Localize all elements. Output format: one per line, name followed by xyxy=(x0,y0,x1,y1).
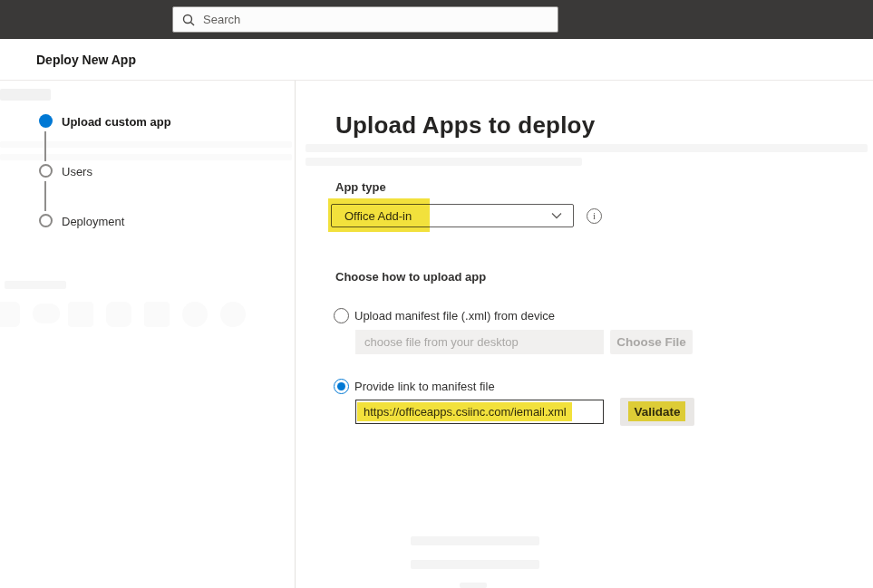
validate-button[interactable]: Validate xyxy=(620,398,694,426)
ghost-text-line xyxy=(5,281,66,289)
ghost-app-tile xyxy=(182,302,208,327)
step-indicator-deployment[interactable] xyxy=(39,214,53,227)
app-type-label: App type xyxy=(335,180,386,194)
ghost-app-tile xyxy=(33,304,60,323)
search-icon xyxy=(182,14,195,26)
info-icon[interactable]: i xyxy=(587,208,602,224)
pane-divider xyxy=(295,81,296,588)
search-input[interactable] xyxy=(203,13,548,26)
ghost-text-line xyxy=(460,583,487,588)
ghost-text-line xyxy=(306,158,582,166)
radio-provide-link[interactable] xyxy=(334,379,349,394)
main-title: Upload Apps to deploy xyxy=(335,111,595,140)
app-type-selected-value: Office Add-in xyxy=(344,209,551,223)
step-indicator-upload-custom-app[interactable] xyxy=(39,114,53,128)
manifest-url-input[interactable] xyxy=(355,400,604,424)
choose-file-button: Choose File xyxy=(610,330,693,354)
step-connector xyxy=(44,181,46,211)
upload-method-label: Choose how to upload app xyxy=(335,270,486,284)
deploy-new-app-window: Deploy New App Upload custom app Users D… xyxy=(0,0,873,588)
manifest-file-input xyxy=(355,330,604,354)
global-search-box[interactable] xyxy=(172,6,558,33)
radio-upload-manifest-file[interactable] xyxy=(334,308,349,323)
ghost-text-line xyxy=(411,536,539,545)
page-title: Deploy New App xyxy=(36,39,136,81)
step-indicator-users[interactable] xyxy=(39,164,53,178)
chevron-down-icon xyxy=(551,212,562,219)
ghost-app-tile xyxy=(144,302,170,327)
app-type-dropdown[interactable]: Office Add-in xyxy=(331,204,574,227)
ghost-app-tile xyxy=(68,302,93,327)
page-header: Deploy New App xyxy=(0,39,873,81)
ghost-app-tile xyxy=(106,302,131,327)
top-navigation-bar xyxy=(0,0,873,39)
step-label-users[interactable]: Users xyxy=(62,165,92,178)
ghost-app-tile xyxy=(0,302,20,327)
radio-label-provide-link[interactable]: Provide link to manifest file xyxy=(354,380,495,393)
step-connector xyxy=(44,131,46,161)
ghost-text-line xyxy=(411,560,539,569)
ghost-app-tile xyxy=(220,302,246,327)
radio-label-upload-manifest-file[interactable]: Upload manifest file (.xml) from device xyxy=(354,309,555,323)
ghost-text-line xyxy=(306,144,868,152)
ghost-heading-top-left xyxy=(0,89,51,101)
step-label-deployment[interactable]: Deployment xyxy=(62,215,124,228)
step-label-upload-custom-app[interactable]: Upload custom app xyxy=(62,115,171,129)
